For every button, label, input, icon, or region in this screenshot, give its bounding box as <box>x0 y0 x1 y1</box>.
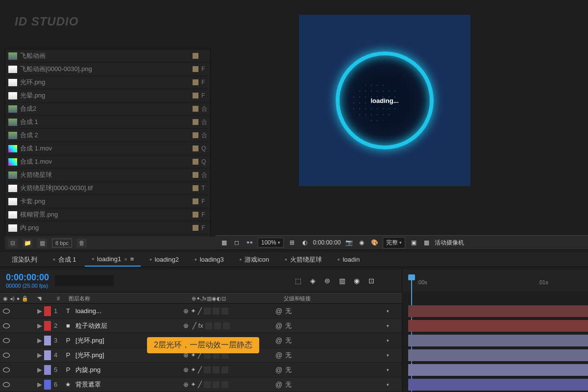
expand-icon[interactable]: ▶ <box>37 381 42 388</box>
project-item[interactable]: 飞船动画 <box>5 49 210 63</box>
layer-label-color[interactable] <box>44 306 51 316</box>
motion-blur-icon[interactable]: ◉ <box>352 276 362 286</box>
track-lane[interactable] <box>402 348 588 363</box>
layer-name[interactable]: 粒子动效层 <box>75 321 183 330</box>
parent-dropdown-icon[interactable]: ▾ <box>387 323 389 328</box>
frame-blend-icon[interactable]: ▥ <box>337 276 347 286</box>
layer-label-color[interactable] <box>44 350 51 360</box>
pickwhip-icon[interactable]: @ <box>275 337 282 344</box>
project-item[interactable]: 卡套.png F <box>5 195 210 208</box>
new-comp-icon[interactable]: ▦ <box>37 239 47 247</box>
pickwhip-icon[interactable]: @ <box>275 381 282 389</box>
layer-label-color[interactable] <box>44 336 51 345</box>
zoom-select[interactable]: 100% ▾ <box>258 238 284 247</box>
label-color-swatch[interactable] <box>193 198 198 204</box>
label-color-swatch[interactable] <box>193 79 198 85</box>
composition-viewer[interactable]: loading... <box>299 15 470 186</box>
expand-icon[interactable]: ▶ <box>37 351 42 359</box>
layername-header[interactable]: 图层名称 <box>67 295 192 302</box>
expand-icon[interactable]: ▶ <box>37 322 42 329</box>
switch-fx-icon[interactable]: ╱ fx <box>193 322 203 329</box>
timeline-tab[interactable]: ▪合成 1 <box>46 252 83 267</box>
label-color-swatch[interactable] <box>193 119 198 125</box>
project-item[interactable]: 火箭绕星球[0000-0030].tif T <box>5 182 210 195</box>
tab-menu-icon[interactable]: ≡ <box>130 255 134 263</box>
parent-dropdown-icon[interactable]: ▾ <box>387 338 389 343</box>
timeline-tab[interactable]: ▪火箭绕星球 <box>278 252 329 267</box>
draft3d-icon[interactable]: ◈ <box>308 276 318 286</box>
label-color-swatch[interactable] <box>193 185 198 191</box>
camera-select[interactable]: 活动摄像机 <box>435 239 464 247</box>
time-ruler[interactable]: :00s01s <box>402 270 588 292</box>
expand-icon[interactable]: ▶ <box>37 366 42 373</box>
project-item[interactable]: 模糊背景.png F <box>5 208 210 221</box>
switch-box[interactable] <box>204 381 211 388</box>
label-color-swatch[interactable] <box>193 132 198 138</box>
switch-box[interactable] <box>213 367 220 373</box>
parent-value[interactable]: 无 <box>285 307 292 316</box>
track-lane[interactable] <box>402 304 588 318</box>
switch-box[interactable] <box>221 367 228 373</box>
switch-box[interactable] <box>204 308 211 315</box>
new-folder-icon[interactable]: 📁 <box>23 239 32 247</box>
project-item[interactable]: 合成 1.mov Q <box>5 155 210 169</box>
layer-duration-bar[interactable] <box>408 349 588 361</box>
visibility-toggle-icon[interactable] <box>3 309 10 314</box>
project-item[interactable]: 火箭绕星球 合 <box>5 169 210 182</box>
switch-box[interactable] <box>213 381 220 388</box>
project-item[interactable]: 内.png F <box>5 221 210 235</box>
project-item[interactable]: 合成 1 合 <box>5 116 210 129</box>
switch-collapse-icon[interactable]: ⊕ <box>183 307 189 315</box>
timeline-tab[interactable]: ▪loading2 <box>143 253 186 266</box>
bpc-indicator[interactable]: 8 bpc <box>52 239 72 247</box>
pickwhip-icon[interactable]: @ <box>275 322 282 330</box>
switch-fx-icon[interactable]: ╱ <box>198 366 202 373</box>
channel-icon[interactable]: ◉ <box>357 239 366 246</box>
pickwhip-icon[interactable]: @ <box>275 351 282 359</box>
parent-dropdown-icon[interactable]: ▾ <box>387 382 389 387</box>
layer-row[interactable]: ▶ 2 ■ 粒子动效层 ⊕ ╱ fx @ 无 ▾ <box>0 318 402 333</box>
parent-value[interactable]: 无 <box>285 351 292 360</box>
switch-box[interactable] <box>213 308 220 315</box>
visibility-toggle-icon[interactable] <box>3 353 10 358</box>
layer-label-color[interactable] <box>44 380 51 390</box>
track-lane[interactable] <box>402 333 588 348</box>
fast-preview-icon[interactable]: ▣ <box>409 239 418 246</box>
label-color-swatch[interactable] <box>193 93 198 98</box>
layer-label-color[interactable] <box>44 365 51 375</box>
parent-dropdown-icon[interactable]: ▾ <box>387 368 389 372</box>
label-color-swatch[interactable] <box>193 53 198 59</box>
switch-box[interactable] <box>205 322 212 329</box>
switch-quality-icon[interactable]: ✦ <box>191 366 196 373</box>
viewer-time[interactable]: 0:00:00:00 <box>313 239 341 246</box>
switch-box[interactable] <box>204 367 211 373</box>
pickwhip-icon[interactable]: @ <box>275 366 282 374</box>
roi-icon[interactable]: ⊞ <box>288 239 296 246</box>
expand-icon[interactable]: ▶ <box>37 307 42 315</box>
layer-duration-bar[interactable] <box>408 305 588 317</box>
shy-icon[interactable]: ⊜ <box>322 276 332 286</box>
grid-icon[interactable]: ▦ <box>220 239 228 246</box>
switch-quality-icon[interactable]: ✦ <box>191 381 196 388</box>
timeline-tracks[interactable] <box>402 304 588 392</box>
current-timecode[interactable]: 0:00:00:00 <box>6 272 49 283</box>
label-color-swatch[interactable] <box>193 225 198 231</box>
layer-search-input[interactable] <box>55 275 114 286</box>
switch-box[interactable] <box>221 381 228 388</box>
parent-header[interactable]: 父级和链接 <box>280 295 399 302</box>
trash-icon[interactable]: 🗑 <box>77 239 87 247</box>
switch-quality-icon[interactable]: ✦ <box>191 307 196 315</box>
playhead[interactable] <box>408 274 415 292</box>
mask-icon[interactable]: ◻ <box>232 239 241 246</box>
timeline-tab[interactable]: ▪loading3 <box>188 253 231 266</box>
switch-fx-icon[interactable]: ╱ <box>198 307 202 315</box>
project-item[interactable]: 飞船动画[0000-0030].png F <box>5 63 210 76</box>
layer-name[interactable]: 背景遮罩 <box>75 380 183 389</box>
switch-box[interactable] <box>214 322 221 329</box>
layer-row[interactable]: ▶ 1 T loading... ⊕ ✦ ╱ @ 无 ▾ <box>0 304 402 318</box>
layer-name[interactable]: 内旋.png <box>75 366 183 374</box>
comp-flowchart-icon[interactable]: ⬚ <box>293 276 303 286</box>
project-item[interactable]: 合成 1.mov Q <box>5 142 210 155</box>
pickwhip-icon[interactable]: @ <box>275 307 282 315</box>
crop-icon[interactable]: ◐ <box>300 239 309 246</box>
